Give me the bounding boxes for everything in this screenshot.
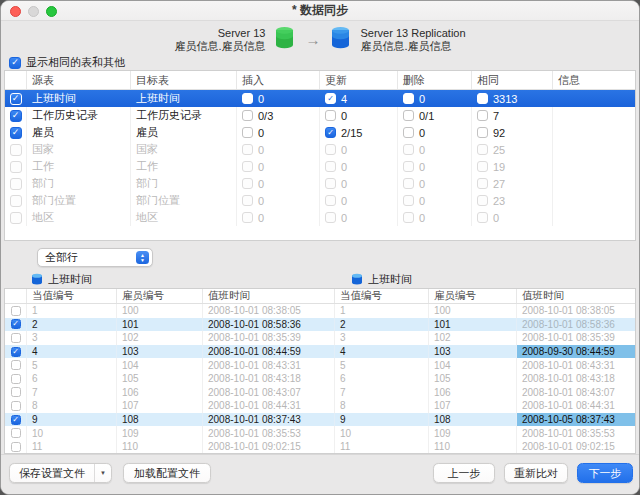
checkbox[interactable]: [10, 161, 22, 173]
checkbox[interactable]: [11, 333, 21, 343]
checkbox[interactable]: [11, 306, 21, 316]
checkbox[interactable]: [11, 442, 21, 452]
checkbox[interactable]: [325, 178, 336, 189]
load-settings-button[interactable]: 加载配置文件: [123, 463, 211, 483]
checkbox[interactable]: ✓: [10, 110, 22, 122]
detail-column-right-duty-id[interactable]: 当值编号: [335, 289, 429, 303]
detail-table-row[interactable]: 31022008-10-01 08:35:3931022008-10-01 08…: [5, 331, 635, 345]
row-checkbox-cell[interactable]: ✓: [5, 318, 27, 332]
checkbox[interactable]: [403, 161, 414, 172]
row-checkbox-cell[interactable]: [5, 209, 27, 226]
column-header-info[interactable]: 信息: [553, 71, 635, 89]
checkbox[interactable]: [403, 110, 414, 121]
checkbox[interactable]: [242, 178, 253, 189]
checkbox[interactable]: [10, 144, 22, 156]
column-header-identical[interactable]: 相同: [472, 71, 553, 89]
checkbox[interactable]: [10, 178, 22, 190]
table-row[interactable]: 工作工作00019: [5, 158, 635, 175]
detail-column-left-shift-time[interactable]: 值班时间: [203, 289, 335, 303]
column-header-delete[interactable]: 删除: [398, 71, 472, 89]
checkbox[interactable]: [403, 212, 414, 223]
detail-table-row[interactable]: ✓21012008-10-01 08:58:3621012008-10-01 0…: [5, 318, 635, 332]
checkbox[interactable]: [242, 110, 253, 121]
table-row[interactable]: ✓雇员雇员0✓2/15092: [5, 124, 635, 141]
checkbox[interactable]: [11, 360, 21, 370]
detail-table-row[interactable]: 51042008-10-01 08:43:3151042008-10-01 08…: [5, 358, 635, 372]
next-button[interactable]: 下一步: [577, 463, 633, 483]
save-settings-button[interactable]: 保存设置文件 ▼: [9, 463, 112, 483]
detail-column-right-employee-id[interactable]: 雇员编号: [429, 289, 517, 303]
checkbox[interactable]: [403, 127, 414, 138]
checkbox[interactable]: [11, 401, 21, 411]
checkbox[interactable]: [477, 110, 488, 121]
detail-table-row[interactable]: 71062008-10-01 08:43:0771062008-10-01 08…: [5, 386, 635, 400]
row-checkbox-cell[interactable]: [5, 372, 27, 386]
checkbox[interactable]: [403, 178, 414, 189]
checkbox[interactable]: [10, 195, 22, 207]
checkbox[interactable]: [10, 212, 22, 224]
checkbox[interactable]: [11, 428, 21, 438]
row-checkbox-cell[interactable]: [5, 158, 27, 175]
checkbox[interactable]: [403, 144, 414, 155]
checkbox[interactable]: ✓: [10, 127, 22, 139]
row-checkbox-cell[interactable]: [5, 192, 27, 209]
row-checkbox-cell[interactable]: [5, 175, 27, 192]
column-header-source-table[interactable]: 源表: [27, 71, 131, 89]
checkbox[interactable]: [242, 161, 253, 172]
checkbox[interactable]: ✓: [11, 415, 21, 425]
checkbox[interactable]: [403, 93, 414, 104]
detail-table-row[interactable]: 101092008-10-01 08:35:53101092008-10-01 …: [5, 426, 635, 440]
close-button[interactable]: [10, 6, 21, 17]
detail-column-left-duty-id[interactable]: 当值编号: [27, 289, 117, 303]
row-checkbox-cell[interactable]: [5, 399, 27, 413]
detail-table-row[interactable]: 111102008-10-01 09:02:15111102008-10-01 …: [5, 440, 635, 454]
checkbox[interactable]: ✓: [325, 127, 336, 138]
detail-column-right-shift-time[interactable]: 值班时间: [517, 289, 635, 303]
row-checkbox-cell[interactable]: [5, 440, 27, 454]
checkbox[interactable]: [242, 195, 253, 206]
checkbox[interactable]: [325, 195, 336, 206]
row-checkbox-cell[interactable]: ✓: [5, 124, 27, 141]
checkbox[interactable]: [325, 110, 336, 121]
checkbox[interactable]: [242, 212, 253, 223]
row-checkbox-cell[interactable]: ✓: [5, 90, 27, 107]
row-checkbox-cell[interactable]: [5, 304, 27, 318]
checkbox[interactable]: [477, 178, 488, 189]
table-row[interactable]: ✓上班时间上班时间0✓403313: [5, 90, 635, 107]
checkbox[interactable]: [325, 212, 336, 223]
detail-table-row[interactable]: 81072008-10-01 08:44:3181072008-10-01 08…: [5, 399, 635, 413]
checkbox[interactable]: [242, 127, 253, 138]
show-identical-checkbox[interactable]: ✓: [9, 57, 21, 69]
detail-column-left-employee-id[interactable]: 雇员编号: [117, 289, 203, 303]
checkbox[interactable]: [477, 195, 488, 206]
row-checkbox-cell[interactable]: [5, 426, 27, 440]
table-row[interactable]: ✓工作历史记录工作历史记录0/300/17: [5, 107, 635, 124]
checkbox[interactable]: [477, 161, 488, 172]
show-identical-checkbox-row[interactable]: ✓ 显示相同的表和其他: [9, 55, 125, 70]
checkbox[interactable]: [477, 93, 488, 104]
row-checkbox-cell[interactable]: [5, 141, 27, 158]
detail-table-row[interactable]: ✓91082008-10-01 08:37:4391082008-10-05 0…: [5, 413, 635, 427]
table-row[interactable]: 部门位置部门位置00023: [5, 192, 635, 209]
table-row[interactable]: 地区地区0000: [5, 209, 635, 226]
zoom-button[interactable]: [46, 6, 57, 17]
checkbox[interactable]: ✓: [10, 93, 22, 105]
checkbox[interactable]: [477, 127, 488, 138]
column-header-update[interactable]: 更新: [320, 71, 398, 89]
recompare-button[interactable]: 重新比对: [504, 463, 568, 483]
checkbox[interactable]: [242, 144, 253, 155]
row-checkbox-cell[interactable]: [5, 358, 27, 372]
row-checkbox-cell[interactable]: ✓: [5, 413, 27, 427]
detail-table-row[interactable]: 11002008-10-01 08:38:0511002008-10-01 08…: [5, 304, 635, 318]
column-header-target-table[interactable]: 目标表: [131, 71, 237, 89]
table-row[interactable]: 部门部门00027: [5, 175, 635, 192]
row-filter-select[interactable]: 全部行 ▲▼: [37, 248, 153, 267]
checkbox[interactable]: ✓: [11, 319, 21, 329]
row-checkbox-cell[interactable]: [5, 331, 27, 345]
checkbox[interactable]: [477, 212, 488, 223]
row-checkbox-cell[interactable]: [5, 386, 27, 400]
table-row[interactable]: 国家国家00025: [5, 141, 635, 158]
checkbox[interactable]: [325, 161, 336, 172]
checkbox[interactable]: [242, 93, 253, 104]
checkbox[interactable]: [477, 144, 488, 155]
